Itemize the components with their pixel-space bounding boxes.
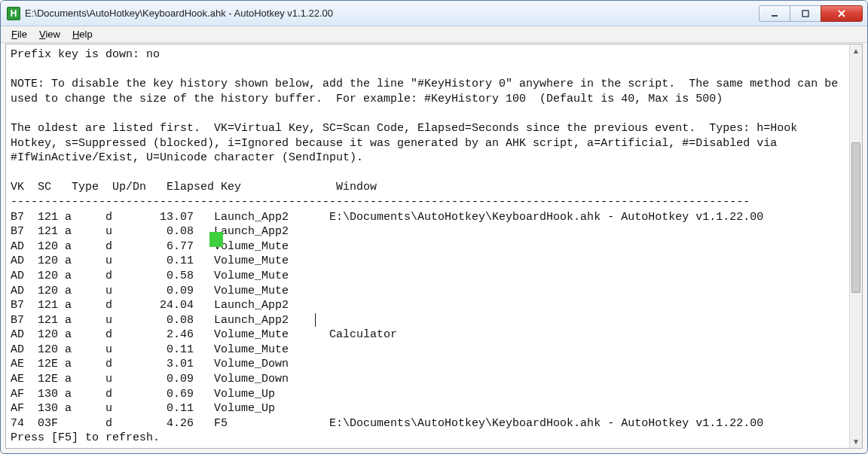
app-icon-letter: H xyxy=(11,8,17,19)
scroll-up-arrow-icon[interactable]: ▲ xyxy=(850,44,862,57)
window-buttons xyxy=(760,5,863,22)
highlight-marker xyxy=(209,232,223,247)
scroll-down-arrow-icon[interactable]: ▼ xyxy=(850,435,862,448)
maximize-button[interactable] xyxy=(790,5,821,22)
minimize-icon xyxy=(770,9,779,18)
svg-rect-1 xyxy=(802,11,808,17)
app-window: H E:\Documents\AutoHotkey\KeyboardHook.a… xyxy=(0,0,868,454)
vertical-scrollbar[interactable]: ▲ ▼ xyxy=(849,44,862,448)
menu-view[interactable]: View xyxy=(33,27,66,41)
menu-help[interactable]: Help xyxy=(66,27,99,41)
app-icon: H xyxy=(7,7,20,20)
minimize-button[interactable] xyxy=(759,5,790,22)
key-history-text[interactable]: Prefix key is down: no NOTE: To disable … xyxy=(6,44,849,448)
menubar: File View Help xyxy=(1,26,867,43)
scroll-thumb[interactable] xyxy=(851,142,860,293)
svg-rect-0 xyxy=(772,15,778,17)
window-title: E:\Documents\AutoHotkey\KeyboardHook.ahk… xyxy=(25,8,760,19)
close-button[interactable] xyxy=(821,5,863,22)
maximize-icon xyxy=(801,9,810,18)
content-frame: Prefix key is down: no NOTE: To disable … xyxy=(5,44,863,449)
menu-file[interactable]: File xyxy=(5,27,33,41)
titlebar[interactable]: H E:\Documents\AutoHotkey\KeyboardHook.a… xyxy=(1,1,867,26)
text-caret xyxy=(315,313,316,327)
close-icon xyxy=(837,9,846,18)
